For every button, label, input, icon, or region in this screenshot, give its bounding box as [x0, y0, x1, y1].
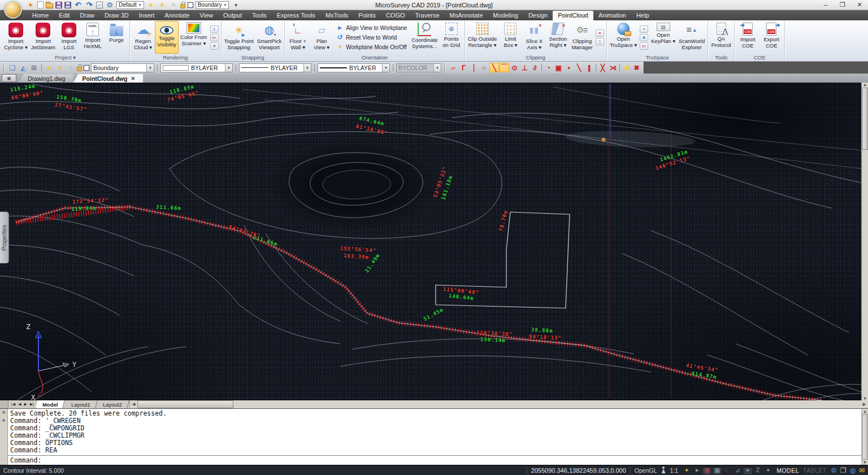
snap-arc-icon[interactable]: ⌒	[500, 63, 509, 72]
snap-nearest-icon[interactable]: ╲	[574, 63, 584, 72]
scrollbar-thumb[interactable]	[862, 414, 868, 460]
points-off-button[interactable]	[210, 34, 219, 41]
scroll-up-icon[interactable]: ▲	[863, 83, 867, 87]
menu-tab-home[interactable]: Home	[27, 11, 54, 20]
drawing-viewport[interactable]: Z Y X 118.24m66°00'00"150.70m27°41'57"11…	[0, 83, 868, 400]
layer-manager-icon[interactable]	[8, 63, 17, 72]
ribbon-button-clipping-manager[interactable]: Clipping Manager	[570, 21, 594, 54]
snap-line-icon[interactable]: ╲	[489, 63, 499, 72]
ribbon-button-smartpick-viewport[interactable]: SmartPick Viewport	[255, 21, 283, 54]
snap-insert-icon[interactable]: ▣	[554, 63, 563, 72]
tab-layout1[interactable]: Layout1	[64, 400, 97, 408]
ribbon-button-export-coe[interactable]: Export COE	[760, 21, 783, 54]
layer-thaw-icon[interactable]	[55, 63, 64, 72]
chevron-down-icon[interactable]: ▼	[382, 64, 389, 72]
snap-running-icon[interactable]: ⚡	[622, 63, 631, 72]
color-select[interactable]: BYLAYER ▼	[160, 63, 233, 72]
menu-tab-help[interactable]: Help	[631, 11, 654, 20]
redo-icon[interactable]	[85, 1, 94, 10]
web-publish-icon[interactable]: ◍	[849, 467, 855, 474]
clip-x-button[interactable]	[596, 29, 604, 37]
menu-tab-express-tools[interactable]: Express Tools	[272, 11, 320, 20]
layer-previous-icon[interactable]	[19, 63, 28, 72]
pointcloud-icon[interactable]	[26, 1, 35, 10]
grid-toggle[interactable]: ▦	[713, 467, 722, 474]
quick-layer-select[interactable]: Boundary▼	[196, 1, 229, 9]
snap-from-icon[interactable]: ⌐	[449, 63, 458, 72]
ribbon-button-coordinate-systems[interactable]: Coordinate Systems...	[410, 21, 439, 54]
layer-lock-icon[interactable]	[77, 67, 82, 71]
ribbon-button-clip-outside-rectangle[interactable]: Clip Outside Rectangle ▾	[466, 21, 499, 54]
clip-unlock-button[interactable]	[596, 38, 604, 45]
properties-panel-tab[interactable]: Properties	[0, 211, 9, 264]
view3d-icon[interactable]	[96, 2, 103, 8]
ts3-button[interactable]	[640, 42, 648, 50]
menu-tab-traverse[interactable]: Traverse	[410, 11, 445, 20]
scale-readout[interactable]: 1:1	[670, 467, 679, 474]
ribbon-button-import-lgs[interactable]: Import LGS	[57, 21, 81, 54]
snap-node-icon[interactable]: •	[564, 63, 574, 72]
crosshair-toggle[interactable]: +	[763, 467, 772, 474]
paint-button[interactable]	[210, 42, 219, 50]
chevron-down-icon[interactable]: ▼	[225, 64, 232, 72]
mail-icon[interactable]: ✉	[859, 467, 865, 474]
layer-color-swatch[interactable]	[84, 65, 89, 71]
snap-parallel-icon[interactable]: ∥	[584, 63, 594, 72]
snap-clear-icon[interactable]: ✖	[632, 63, 641, 72]
snap-intersection-icon[interactable]: ╳	[598, 63, 607, 72]
ribbon-button-align-view-to-workplane[interactable]: Align View to Workplane	[336, 24, 407, 32]
menu-tab-animation[interactable]: Animation	[593, 11, 631, 20]
density-button[interactable]	[210, 25, 219, 33]
linetype-select[interactable]: BYLAYER ▼	[239, 63, 311, 72]
sun-icon[interactable]	[158, 1, 167, 10]
osnap-toggle[interactable]: ⌖	[743, 467, 752, 474]
close-tab-icon[interactable]: ✕	[131, 76, 135, 81]
ribbon-button-toggle-point-snapping[interactable]: Toggle Point Snapping	[223, 21, 255, 54]
ribbon-button-color-from-scanner[interactable]: Color From Scanner ▾	[179, 21, 209, 54]
chevron-down-icon[interactable]: ▼	[146, 64, 154, 72]
scroll-down-icon[interactable]: ▼	[863, 396, 867, 400]
menu-tab-draw-3d[interactable]: Draw 3D	[99, 11, 134, 20]
ribbon-button-import-jetstream[interactable]: Import JetStream	[29, 21, 57, 54]
layer-on-icon[interactable]	[45, 63, 54, 72]
drawing-tab-pointcloud[interactable]: PointCloud.dwg ✕	[73, 74, 143, 83]
prev-tab-icon[interactable]: ◀	[17, 402, 22, 407]
tab-layout2[interactable]: Layout2	[97, 400, 129, 408]
ts2-button[interactable]	[640, 34, 648, 41]
settings-gear-icon[interactable]: ⚙	[831, 467, 837, 474]
ribbon-button-plan-view[interactable]: Plan View ▾	[310, 21, 333, 54]
chevron-down-icon[interactable]: ▼	[223, 3, 227, 7]
otrack-toggle[interactable]: Z	[753, 467, 762, 474]
menu-tab-cogo[interactable]: COGO	[381, 11, 410, 20]
lineweight-select[interactable]: BYLAYER ▼	[318, 63, 390, 72]
command-history[interactable]: Save Complete. 20 files were compressed.…	[8, 409, 861, 455]
ribbon-button-purge[interactable]: Purge	[105, 21, 128, 54]
point-grid-toggle[interactable]: ▦	[702, 467, 711, 474]
snap-corner-icon[interactable]: Γ	[459, 63, 468, 72]
ts1-button[interactable]	[640, 25, 648, 33]
menu-tab-tools[interactable]: Tools	[247, 11, 272, 20]
ribbon-button-qa-protocol[interactable]: QA Protocol	[709, 21, 733, 54]
ribbon-button-reset-view-to-world[interactable]: Reset View to World	[336, 34, 407, 41]
snap-center-icon[interactable]: ⊙	[510, 63, 519, 72]
menu-tab-mstools[interactable]: MsTools	[320, 11, 353, 20]
bulb-icon[interactable]	[146, 1, 155, 10]
close-command-icon[interactable]: ✕	[2, 410, 6, 415]
drawing-tab-drawing1[interactable]: Drawing1.dwg	[19, 74, 73, 83]
menu-tab-output[interactable]: Output	[218, 11, 247, 20]
saveas-icon[interactable]	[64, 2, 71, 8]
renderer-label[interactable]: OpenGL	[635, 467, 657, 474]
minimize-button[interactable]: –	[817, 1, 834, 8]
snap-toggle[interactable]: ✦	[682, 467, 691, 474]
ribbon-button-import-coe[interactable]: Import COE	[736, 21, 760, 54]
window-menu-icon[interactable]: ▣	[2, 74, 16, 82]
first-tab-icon[interactable]: |◀	[10, 402, 16, 407]
menu-tab-draw[interactable]: Draw	[75, 11, 99, 20]
app-logo-icon[interactable]	[4, 1, 22, 19]
ribbon-button-section-right[interactable]: Section Right ▾	[546, 21, 570, 54]
command-input-line[interactable]: Command:	[8, 455, 861, 465]
command-scrollbar[interactable]: ▲ ▼	[861, 409, 868, 465]
ribbon-button-slice-x-axis[interactable]: Slice X Axis ▾	[522, 21, 546, 54]
open-icon[interactable]	[46, 3, 53, 8]
viewport-horizontal-scrollbar[interactable]: ◀ ▶	[129, 400, 868, 408]
